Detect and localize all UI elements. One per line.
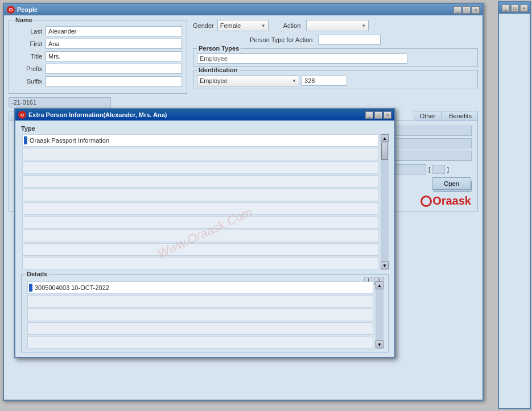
open-button[interactable]: Open — [432, 177, 471, 190]
people-close-btn[interactable]: × — [472, 6, 480, 14]
type-list-item[interactable] — [22, 257, 378, 269]
gender-select[interactable]: Female ▼ — [217, 20, 269, 31]
dialog-maximize-btn[interactable]: □ — [374, 111, 382, 119]
first-label: First — [14, 40, 42, 47]
scroll-down-arrow[interactable]: ▼ — [381, 261, 389, 269]
bracket-close: ] — [447, 166, 449, 173]
identification-type-value: Employee — [200, 77, 228, 84]
detail-list-item[interactable] — [27, 295, 373, 308]
type-list-item[interactable] — [22, 243, 378, 256]
title-input[interactable] — [46, 51, 182, 61]
type-section-label: Type — [21, 125, 389, 132]
details-list: 3005004003 10-OCT-2022 — [26, 281, 374, 348]
last-label: Last — [14, 28, 42, 35]
dialog-title: Extra Person Information(Alexander, Mrs.… — [28, 111, 167, 118]
detail-list-item[interactable] — [27, 336, 373, 348]
detail-list-item[interactable] — [27, 309, 373, 321]
dialog-close-btn[interactable]: × — [383, 111, 391, 119]
people-window-icon: O — [7, 6, 15, 14]
gender-value: Female — [220, 22, 241, 29]
suffix-label: Suffix — [14, 78, 42, 85]
dialog-minimize-btn[interactable]: _ — [365, 111, 373, 119]
type-row-1-text: Oraask Passport Information — [30, 137, 109, 144]
detail-scroll-down[interactable]: ▼ — [376, 341, 383, 348]
detail-scroll-up[interactable]: ▲ — [376, 281, 383, 289]
detail-list-item[interactable]: 3005004003 10-OCT-2022 — [27, 281, 373, 294]
identification-type-arrow: ▼ — [292, 78, 296, 84]
identification-id-input[interactable] — [302, 76, 347, 86]
detail-scroll-track — [376, 289, 383, 341]
oraask-circle-icon — [420, 196, 432, 207]
details-section: Details [ ] 3005004003 10-OCT-2022 — [21, 274, 389, 352]
person-types-section: Person Types — [193, 48, 478, 67]
action-select[interactable]: ▼ — [306, 20, 369, 31]
tab-benefits[interactable]: Benefits — [443, 111, 478, 121]
scroll-up-arrow[interactable]: ▲ — [381, 134, 389, 142]
person-type-action-input[interactable] — [318, 35, 381, 45]
gender-arrow: ▼ — [261, 23, 266, 28]
detail-row-indicator — [29, 284, 32, 292]
extra-person-dialog: O Extra Person Information(Alexander, Mr… — [14, 108, 395, 358]
people-maximize-btn[interactable]: □ — [463, 6, 471, 14]
details-list-scrollbar[interactable]: ▲ ▼ — [376, 281, 383, 348]
dialog-titlebar: O Extra Person Information(Alexander, Mr… — [15, 109, 394, 121]
type-list-item[interactable] — [22, 161, 378, 174]
type-list-item[interactable] — [22, 189, 378, 201]
prefix-label: Prefix — [14, 65, 42, 72]
bg-minimize-btn[interactable]: _ — [502, 5, 510, 12]
scroll-thumb[interactable] — [381, 143, 388, 160]
detail-row-1-text: 3005004003 10-OCT-2022 — [35, 284, 109, 291]
person-type-action-label: Person Type for Action — [250, 36, 312, 43]
dialog-icon: O — [18, 111, 26, 119]
bracket-box — [432, 165, 445, 174]
identification-section: Identification Employee ▼ — [193, 70, 478, 89]
identification-label: Identification — [197, 67, 239, 73]
type-list-item[interactable] — [22, 148, 378, 160]
oraask-logo: Oraask — [420, 194, 471, 207]
people-window-title: People — [17, 6, 38, 13]
oraask-text: Oraask — [432, 194, 471, 207]
type-list: Oraask Passport Information — [21, 134, 380, 269]
type-list-item[interactable] — [22, 216, 378, 229]
number-field[interactable] — [9, 97, 111, 107]
bg-maximize-btn[interactable]: □ — [511, 5, 519, 12]
detail-list-item[interactable] — [27, 322, 373, 335]
bracket-open: [ — [428, 166, 430, 173]
details-section-label: Details — [25, 271, 49, 277]
last-input[interactable] — [46, 26, 182, 36]
people-minimize-btn[interactable]: _ — [453, 6, 461, 14]
type-list-item[interactable] — [22, 175, 378, 188]
name-section-label: Name — [14, 16, 34, 23]
identification-type-select[interactable]: Employee ▼ — [197, 75, 299, 86]
type-list-scrollbar[interactable]: ▲ ▼ — [381, 134, 389, 269]
people-titlebar: O People _ □ × — [4, 4, 482, 15]
type-list-item[interactable] — [22, 230, 378, 242]
type-list-item[interactable]: Oraask Passport Information — [22, 134, 378, 147]
prefix-input[interactable] — [46, 64, 182, 74]
bg-close-btn[interactable]: × — [520, 5, 528, 12]
person-types-label: Person Types — [197, 45, 241, 52]
person-types-input[interactable] — [197, 53, 407, 64]
type-list-item[interactable] — [22, 202, 378, 215]
action-arrow: ▼ — [361, 23, 366, 28]
list-row-indicator — [24, 136, 27, 144]
first-input[interactable] — [46, 39, 182, 49]
suffix-input[interactable] — [46, 76, 182, 86]
action-label: Action — [283, 22, 301, 29]
scroll-track — [381, 142, 389, 261]
tab-other[interactable]: Other — [414, 111, 442, 121]
name-section: Name Last First Title Prefix — [9, 20, 187, 94]
title-label: Title — [14, 53, 42, 60]
bg-window-titlebar: _ □ × — [499, 2, 530, 14]
gender-label: Gender — [193, 22, 214, 29]
